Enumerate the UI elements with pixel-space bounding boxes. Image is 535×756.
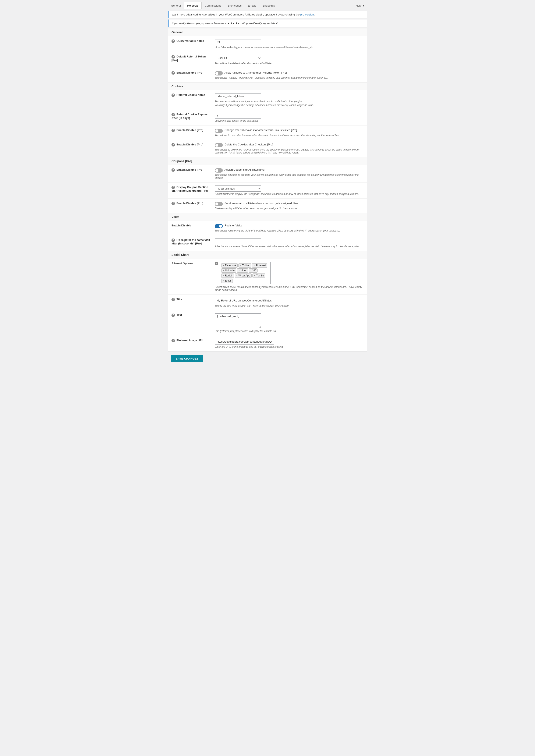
tab-shortcodes[interactable]: Shortcodes [224, 2, 245, 9]
cookie-name-help-icon[interactable]: ? [172, 94, 175, 97]
pro-version-link[interactable]: pro version [300, 13, 314, 16]
coupon-assign-toggle-wrap: Assign Coupons to Affiliates [Pro] [215, 168, 363, 173]
coupon-email-help-icon[interactable]: ? [172, 202, 175, 205]
pinterest-image-help-icon[interactable]: ? [172, 339, 175, 342]
tag-reddit-remove[interactable]: × [223, 274, 224, 277]
pinterest-image-label: Pinterest Image URL [177, 339, 204, 342]
register-visits-toggle-label: Register Visits [224, 224, 242, 227]
coupon-assign-label: Enable/Disable [Pro] [177, 168, 203, 171]
coupon-display-help-icon[interactable]: ? [172, 186, 175, 189]
re-register-input[interactable] [215, 238, 261, 244]
tag-whatsapp: ×WhatsApp [235, 273, 252, 278]
coupon-display-select[interactable]: To all affiliates Only to affiliates wit… [215, 185, 261, 192]
register-visits-toggle[interactable] [215, 224, 223, 228]
tag-tumblr: ×Tumblr [252, 273, 266, 278]
enable-token-label: Enable/Disable [Pro] [177, 71, 203, 74]
cookies-section: Cookies ? Referral Cookie Name This name… [168, 82, 367, 157]
cookie-name-desc2: Warning: if you change this setting, all… [215, 104, 363, 107]
upgrade-notice: Want more advanced functionalities in yo… [168, 11, 367, 18]
cookie-expires-row: ? Referral Cookie Expires After (in days… [168, 110, 367, 126]
cookie-change-help-icon[interactable]: ? [172, 129, 175, 132]
tag-viber-remove[interactable]: × [239, 269, 240, 272]
cookie-delete-toggle[interactable] [215, 143, 223, 147]
default-token-desc: This will be the default referral token … [215, 62, 363, 65]
tag-twitter-remove[interactable]: × [240, 264, 241, 267]
coupon-assign-help-icon[interactable]: ? [172, 168, 175, 172]
cookie-change-toggle[interactable] [215, 129, 223, 133]
enable-disable-token-row: ? Enable/Disable [Pro] Allow Affiliates … [168, 68, 367, 82]
social-text-help-icon[interactable]: ? [172, 314, 175, 317]
coupon-display-row: ? Display Coupon Section on Affiliate Da… [168, 182, 367, 199]
tag-reddit: ×Reddit [221, 273, 234, 278]
coupon-email-slider [215, 202, 223, 206]
tag-whatsapp-remove[interactable]: × [236, 274, 238, 277]
cookie-change-toggle-label: Change referral cookie if another referr… [224, 128, 297, 132]
social-title-row: ? Title This is the title to be used in … [168, 295, 367, 310]
tag-vk-remove[interactable]: × [250, 269, 252, 272]
tab-general[interactable]: General [168, 2, 184, 9]
coupon-email-toggle[interactable] [215, 202, 223, 206]
cookie-change-row: ? Enable/Disable [Pro] Change referral c… [168, 126, 367, 140]
tag-facebook-remove[interactable]: × [223, 264, 224, 267]
help-button[interactable]: Help ▼ [353, 2, 367, 9]
cookie-change-desc: This allows to overrides the new referra… [215, 134, 363, 137]
tag-twitter: ×Twitter [239, 263, 251, 267]
query-variable-label: Query Variable Name [177, 39, 204, 42]
tag-linkedin-remove[interactable]: × [223, 269, 224, 272]
cookie-name-input[interactable] [215, 93, 261, 99]
query-variable-help-icon[interactable]: ? [172, 40, 175, 43]
cookies-section-header: Cookies [168, 82, 367, 90]
enable-token-toggle-wrap: Allow Affiliates to Change their Referra… [215, 71, 363, 75]
query-variable-url-preview: https://demo.devdiggers.com/woocommerce/… [215, 46, 363, 49]
social-title-input[interactable] [215, 298, 274, 303]
cookie-name-label: Referral Cookie Name [177, 93, 205, 97]
cookie-expires-help-icon[interactable]: ? [172, 113, 175, 116]
social-text-textarea[interactable]: {referral_url} [215, 313, 261, 328]
tab-commissions[interactable]: Commissions [202, 2, 224, 9]
default-token-select[interactable]: User ID Custom [215, 55, 261, 61]
coupon-assign-toggle[interactable] [215, 168, 223, 173]
tag-pinterest-remove[interactable]: × [254, 264, 255, 267]
social-text-row: ? Text {referral_url} Use {referral_url}… [168, 310, 367, 336]
allowed-options-row: Allowed Options ? ×Facebook ×Twitter ×Pi… [168, 259, 367, 295]
default-token-help-icon[interactable]: ? [172, 55, 175, 59]
social-title-help-icon[interactable]: ? [172, 298, 175, 301]
allowed-options-help-icon[interactable]: ? [215, 262, 218, 265]
cookie-name-desc1: This name should be as unique as possibl… [215, 100, 363, 103]
cookie-delete-row: ? Enable/Disable [Pro] Delete the Cookie… [168, 140, 367, 157]
cookie-delete-toggle-wrap: Delete the Cookies after Checkout [Pro] [215, 143, 363, 147]
query-variable-input[interactable] [215, 39, 261, 45]
cookie-expires-input[interactable] [215, 113, 261, 119]
save-changes-button[interactable]: SAVE CHANGES [171, 355, 203, 362]
coupon-display-desc: Select whether to display the "Coupons" … [215, 192, 363, 195]
tab-endpoints[interactable]: Endpoints [260, 2, 278, 9]
coupons-section-header: Coupons [Pro] [168, 157, 367, 165]
cookie-change-slider [215, 129, 223, 133]
cookie-expires-desc: Leave the field empty for no expiration. [215, 119, 363, 122]
coupon-assign-row: ? Enable/Disable [Pro] Assign Coupons to… [168, 165, 367, 182]
tab-referrals[interactable]: Referrals [184, 2, 202, 9]
tag-linkedin: ×LinkedIn [221, 268, 236, 273]
register-visits-toggle-wrap: Register Visits [215, 224, 363, 228]
general-table: ? Query Variable Name https://demo.devdi… [168, 36, 367, 82]
cookie-change-label: Enable/Disable [Pro] [177, 128, 203, 132]
tag-email-remove[interactable]: × [223, 279, 224, 282]
social-title-desc: This is the title to be used in the Twit… [215, 304, 363, 307]
social-text-label: Text [177, 313, 182, 317]
re-register-help-icon[interactable]: ? [172, 238, 175, 242]
enable-token-toggle[interactable] [215, 71, 223, 75]
settings-form: General ? Query Variable Name https://de… [168, 28, 367, 351]
enable-token-desc: This allows "friendly" looking links – b… [215, 76, 363, 79]
cookie-delete-help-icon[interactable]: ? [172, 143, 175, 147]
coupon-email-toggle-label: Send an email to affiliate when a coupon… [224, 202, 298, 205]
tag-tumblr-remove[interactable]: × [254, 274, 255, 277]
tab-emails[interactable]: Emails [245, 2, 260, 9]
default-token-label: Default Referral Token [Pro] [172, 55, 206, 62]
coupon-assign-desc: This allows affiliates to promote your s… [215, 173, 363, 179]
enable-token-help-icon[interactable]: ? [172, 71, 175, 75]
coupons-table: ? Enable/Disable [Pro] Assign Coupons to… [168, 165, 367, 213]
pinterest-image-input[interactable] [215, 339, 274, 345]
re-register-label: Re-register the same visit after (in sec… [172, 238, 210, 245]
register-visits-slider [215, 224, 223, 228]
social-title-label: Title [177, 298, 182, 301]
